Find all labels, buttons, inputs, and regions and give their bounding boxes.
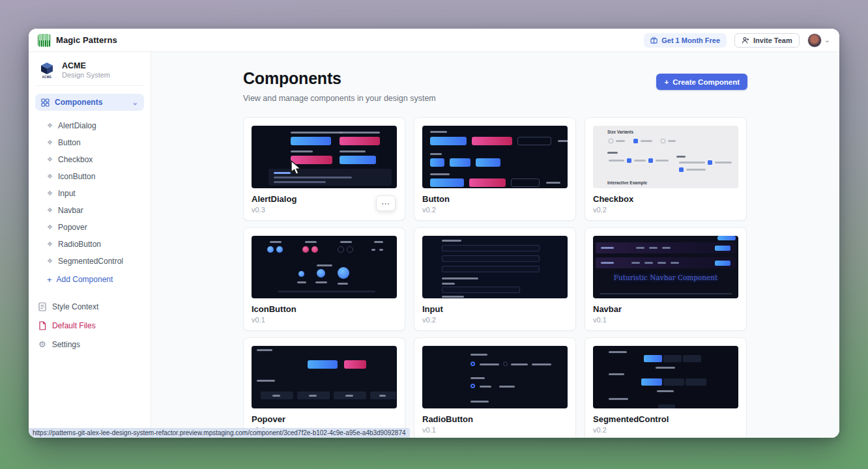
top-bar: Magic Patterns Get 1 Month Free Invite T… — [29, 29, 839, 52]
sidebar-item-checkbox[interactable]: ❖Checkbox — [47, 151, 144, 168]
component-card-navbar[interactable]: Futuristic Navbar Component Navbar v0.1 — [585, 227, 747, 331]
preview-checkbox — [633, 139, 638, 143]
sidebar-item-label: Settings — [52, 340, 80, 349]
decor-line — [641, 140, 652, 142]
gear-icon: ⚙ — [38, 340, 46, 348]
component-card-radiobutton[interactable]: RadioButton v0.1 — [414, 337, 576, 438]
components-section-label: Components — [55, 98, 102, 107]
preview-radio — [503, 362, 508, 366]
decor-line — [656, 367, 675, 369]
decor-line — [442, 277, 478, 279]
sidebar-item-label: IconButton — [58, 172, 95, 181]
get-month-free-button[interactable]: Get 1 Month Free — [644, 33, 727, 48]
preview-button — [450, 158, 470, 167]
preview-checkbox — [648, 158, 653, 163]
decor-line — [297, 281, 306, 283]
chevron-down-icon: ⌄ — [132, 99, 138, 106]
preview-button — [715, 246, 731, 251]
decor-line — [532, 363, 551, 365]
component-list: ❖AlertDialog ❖Button ❖Checkbox ❖IconButt… — [35, 117, 144, 270]
component-name: Input — [422, 304, 568, 314]
sidebar-item-default-files[interactable]: Default Files — [35, 316, 144, 335]
component-version: v0.3 — [252, 206, 397, 214]
plus-icon: + — [47, 276, 52, 284]
main-content: Components View and manage components in… — [151, 52, 839, 438]
component-card-segmentedcontrol[interactable]: SegmentedControl v0.2 — [585, 337, 747, 438]
decor-line — [430, 153, 442, 155]
invite-team-button[interactable]: Invite Team — [734, 33, 800, 48]
preview-button — [340, 137, 380, 145]
component-thumbnail[interactable]: Size Variants — [593, 126, 738, 188]
component-thumbnail[interactable] — [252, 236, 397, 298]
gift-icon — [650, 36, 658, 44]
component-icon: ❖ — [47, 156, 53, 163]
sidebar-item-style-context[interactable]: Style Context — [35, 297, 144, 316]
decor-line — [668, 140, 676, 142]
decor-line — [470, 354, 487, 356]
sidebar-item-iconbutton[interactable]: ❖IconButton — [47, 168, 144, 185]
preview-button — [340, 156, 376, 164]
decor-line — [511, 363, 528, 365]
sidebar-item-alertdialog[interactable]: ❖AlertDialog — [47, 117, 144, 134]
account-menu[interactable]: ⌄ — [807, 33, 830, 48]
add-component-button[interactable]: + Add Component — [35, 271, 144, 288]
org-name: ACME — [62, 61, 110, 70]
component-thumbnail[interactable] — [422, 126, 568, 188]
page-subtitle: View and manage components in your desig… — [243, 94, 747, 103]
acme-logo-text: ACME — [42, 76, 51, 79]
sidebar-item-segmentedcontrol[interactable]: ❖SegmentedControl — [47, 253, 144, 270]
component-thumbnail[interactable] — [252, 346, 397, 408]
sidebar-item-radiobutton[interactable]: ❖RadioButton — [47, 236, 144, 253]
component-card-button[interactable]: Button v0.2 — [414, 117, 576, 221]
component-name: Button — [422, 194, 568, 204]
preview-icon-button — [276, 246, 283, 253]
sidebar-item-input[interactable]: ❖Input — [47, 185, 144, 202]
preview-radio — [470, 362, 475, 366]
decor-line — [291, 150, 313, 152]
component-icon: ❖ — [47, 139, 53, 146]
decor-line — [379, 249, 383, 251]
sidebar-item-button[interactable]: ❖Button — [47, 134, 144, 151]
component-version: v0.2 — [593, 426, 738, 434]
decor-line — [340, 241, 352, 243]
sidebar-item-navbar[interactable]: ❖Navbar — [47, 202, 144, 219]
decor-line — [315, 281, 327, 283]
decor-line — [340, 150, 366, 152]
sidebar-item-components[interactable]: Components ⌄ — [35, 94, 144, 111]
decor-line — [270, 241, 282, 243]
decor-line — [686, 169, 706, 171]
create-component-button[interactable]: + Create Component — [656, 74, 747, 90]
sidebar-item-settings[interactable]: ⚙ Settings — [35, 335, 144, 354]
sidebar-item-popover[interactable]: ❖Popover — [47, 219, 144, 236]
preview-segment — [658, 405, 675, 408]
decor-line — [291, 132, 343, 134]
component-thumbnail[interactable] — [252, 126, 397, 188]
sidebar-item-label: Checkbox — [58, 155, 93, 164]
component-name: SegmentedControl — [593, 414, 738, 424]
preview-navbar — [596, 242, 736, 253]
decor-line — [656, 160, 669, 162]
org-switcher[interactable]: ACME ACME Design System — [35, 59, 144, 86]
component-card-popover[interactable]: Popover v0.2 — [243, 337, 405, 438]
component-card-alertdialog[interactable]: AlertDialog v0.3 ⋯ — [243, 117, 405, 221]
preview-button — [308, 360, 338, 369]
preview-icon-button — [302, 246, 309, 253]
sidebar-item-label: RadioButton — [58, 240, 101, 249]
decor-line — [340, 132, 380, 134]
decor-line — [274, 172, 291, 174]
component-thumbnail[interactable] — [422, 346, 568, 408]
component-thumbnail[interactable] — [422, 236, 568, 298]
preview-segment — [644, 355, 662, 362]
card-menu-button[interactable]: ⋯ — [376, 195, 396, 211]
component-card-iconbutton[interactable]: IconButton v0.1 — [243, 227, 405, 331]
decor-line — [558, 140, 568, 142]
component-card-input[interactable]: Input v0.2 — [414, 227, 576, 331]
component-thumbnail[interactable] — [593, 346, 738, 408]
preview-button — [715, 261, 731, 266]
component-thumbnail[interactable]: Futuristic Navbar Component — [593, 236, 738, 298]
decor-line — [309, 395, 317, 397]
decor-line — [480, 386, 491, 388]
preview-icon-button — [338, 246, 344, 253]
component-version: v0.1 — [252, 316, 397, 324]
component-card-checkbox[interactable]: Size Variants — [585, 117, 747, 221]
